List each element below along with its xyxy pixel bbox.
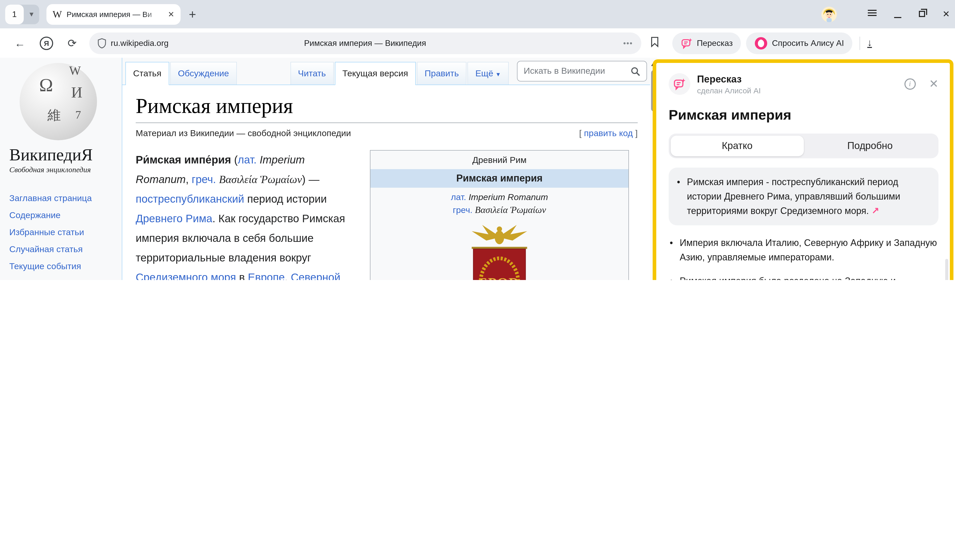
bookmark-icon (650, 37, 659, 47)
summary-bullet: •Римская империя - постреспубликанский п… (677, 175, 930, 218)
info-icon[interactable]: i (904, 78, 916, 90)
bullet-marker: • (677, 175, 680, 218)
new-tab-button[interactable]: + (189, 7, 196, 22)
wikipedia-tagline: Свободная энциклопедия (9, 165, 117, 174)
tab-title: Римская империя — Ви (67, 10, 163, 19)
bullet-marker: • (670, 274, 673, 280)
restore-icon (919, 11, 925, 17)
ask-alice-button-label: Спросить Алису AI (772, 38, 844, 48)
alice-logo-icon (754, 36, 768, 50)
sidebar-link[interactable]: Текущие события (9, 258, 117, 275)
article-link[interactable]: Средиземного моря (136, 271, 236, 280)
retell-button-label: Пересказ (697, 38, 733, 48)
article-text: , (285, 271, 291, 280)
article-link[interactable]: лат. (238, 154, 257, 165)
wikipedia-tabs: Статья Обсуждение Читать Текущая версия … (122, 58, 650, 85)
panel-subtitle: сделан Алисой AI (697, 86, 761, 95)
sidebar-nav-main: Заглавная страницаСодержаниеИзбранные ст… (9, 190, 117, 280)
wikipedia-favicon: W (53, 8, 62, 20)
url-field[interactable]: ru.wikipedia.org Римская империя — Викип… (89, 32, 641, 54)
latin-name: Imperium Romanum (468, 192, 548, 202)
refresh-button[interactable]: ⟳ (67, 37, 77, 49)
tab-read[interactable]: Читать (290, 62, 333, 84)
bullet-text: Римская империя - постреспубликанский пе… (687, 175, 930, 218)
yandex-home-button[interactable]: Я (40, 36, 53, 50)
greek-name: Βασιλεία Ῥωμαίων (475, 205, 546, 215)
tab-edit[interactable]: Править (417, 62, 467, 84)
tab-more[interactable]: Ещё▼ (468, 62, 509, 84)
wikipedia-search-input[interactable]: Искать в Википедии (517, 61, 647, 81)
wikipedia-globe-logo[interactable]: Ω W И 維 7 (20, 63, 97, 140)
sidebar-link[interactable]: Избранные статьи (9, 224, 117, 241)
shield-icon (97, 38, 106, 48)
search-icon[interactable] (631, 66, 640, 76)
tab-current-version[interactable]: Текущая версия (335, 62, 416, 85)
wikipedia-main: Статья Обсуждение Читать Текущая версия … (122, 58, 650, 280)
toolbar-divider (860, 36, 860, 50)
tab-article[interactable]: Статья (125, 62, 169, 85)
article-link[interactable]: греч. (192, 173, 216, 185)
tab-counter[interactable]: 1 ▼ (5, 5, 39, 24)
latin-label[interactable]: лат. (451, 192, 466, 202)
greek-label[interactable]: греч. (453, 205, 472, 215)
tab-detailed[interactable]: Подробно (803, 136, 936, 156)
vexillum-image[interactable]: SPQR (451, 221, 548, 280)
infobox-title: Римская империя (371, 169, 628, 188)
url-host: ru.wikipedia.org (111, 38, 169, 48)
content-area: Ω W И 維 7 ВикипедиЯ Свободная энциклопед… (0, 58, 955, 280)
sidebar-link[interactable]: Содержание (9, 207, 117, 224)
retell-icon (680, 37, 693, 49)
ask-alice-button[interactable]: Спросить Алису AI (746, 32, 852, 54)
article-link[interactable]: Древнего Рима (136, 212, 212, 224)
chevron-down-icon[interactable]: ▼ (24, 10, 39, 18)
tab-brief[interactable]: Кратко (671, 136, 803, 156)
article-text: , (186, 173, 192, 185)
bookmark-button[interactable] (650, 37, 659, 50)
panel-scrollbar-thumb[interactable] (945, 259, 948, 280)
wikipedia-wordmark[interactable]: ВикипедиЯ (9, 145, 117, 164)
downloads-button[interactable]: ↓ (867, 38, 872, 48)
maximize-button[interactable] (919, 9, 925, 19)
panel-title: Пересказ (697, 73, 761, 85)
browser-tab[interactable]: W Римская империя — Ви ✕ (47, 4, 180, 25)
summary-mode-switch: Кратко Подробно (668, 134, 938, 158)
url-more-icon[interactable]: ••• (623, 39, 633, 47)
close-window-button[interactable]: ✕ (942, 9, 950, 20)
back-button[interactable]: ← (14, 37, 25, 49)
edit-code-link[interactable]: [ править код ] (579, 128, 638, 139)
article-subtitle: Материал из Википедии — свободной энцикл… (136, 128, 351, 139)
close-panel-icon[interactable]: ✕ (929, 77, 938, 91)
article-link[interactable]: постреспубликанский (136, 193, 244, 205)
article-text: ) — (302, 173, 319, 185)
summary-bullets: •Римская империя - постреспубликанский п… (668, 168, 938, 280)
wikipedia-sidebar: Ω W И 維 7 ВикипедиЯ Свободная энциклопед… (0, 58, 122, 280)
close-tab-icon[interactable]: ✕ (168, 9, 174, 19)
infobox: Древний Рим Римская империя лат. Imperiu… (370, 150, 629, 280)
retell-button[interactable]: Пересказ (672, 32, 741, 54)
minimize-icon (894, 17, 901, 18)
tab-talk[interactable]: Обсуждение (170, 62, 237, 84)
source-link-icon[interactable]: ↗ (869, 206, 879, 216)
alice-avatar-image (821, 6, 837, 22)
hamburger-icon (868, 8, 877, 17)
sidebar-link[interactable]: Случайная статья (9, 241, 117, 258)
minimize-button[interactable] (894, 9, 901, 19)
chevron-down-icon: ▼ (495, 71, 501, 77)
infobox-context: Древний Рим (371, 151, 628, 169)
article-text: ( (234, 154, 238, 165)
sidebar-link[interactable]: Заглавная страница (9, 190, 117, 207)
article-paragraph: Ри́мская импе́рия (лат. Imperium Romanum… (136, 150, 357, 280)
bullet-marker: • (670, 236, 673, 265)
address-bar: ← Я ⟳ ru.wikipedia.org Римская империя —… (0, 28, 955, 58)
profile-avatar[interactable] (821, 6, 837, 22)
article-link[interactable]: Европе (248, 271, 285, 280)
browser-window: 1 ▼ W Римская империя — Ви ✕ + ✕ (0, 0, 955, 280)
svg-text:SPQR: SPQR (479, 275, 519, 280)
tab-count: 1 (5, 5, 24, 24)
sidebar-link[interactable]: Пожертвовать (9, 275, 117, 280)
retell-panel: Пересказ сделан Алисой AI i ✕ Римская им… (653, 59, 953, 280)
article-text (257, 154, 260, 165)
menu-button[interactable] (868, 8, 877, 20)
summary-bullet: •Римская империя была разделена на Запад… (670, 274, 938, 280)
wikipedia-page: Ω W И 維 7 ВикипедиЯ Свободная энциклопед… (0, 58, 657, 280)
